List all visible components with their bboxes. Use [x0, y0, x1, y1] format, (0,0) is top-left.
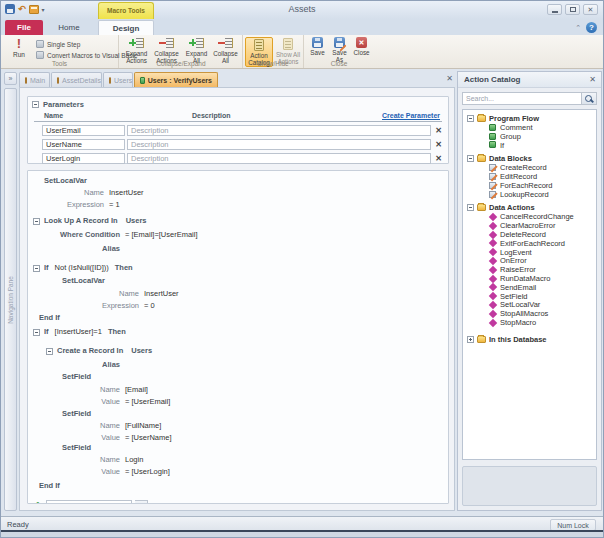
delete-parameter-icon[interactable]: ✕ [435, 154, 442, 163]
action-setlocalvar[interactable]: SetLocalVar [28, 175, 448, 187]
parameter-description-input[interactable] [127, 139, 431, 150]
catalog-item[interactable]: ClearMacroError [463, 221, 596, 230]
expand-node-icon[interactable] [467, 336, 474, 343]
navigation-pane-collapsed[interactable]: Navigation Pane [4, 88, 17, 511]
action-create-record[interactable]: Create a Record InUsers [28, 345, 448, 357]
catalog-item[interactable]: EditRecord [463, 172, 596, 181]
folder-icon [477, 204, 486, 211]
catalog-folder[interactable]: In this Database [463, 335, 596, 345]
catalog-section-data-blocks: Data Blocks CreateRecord EditRecord ForE… [463, 153, 596, 198]
delete-parameter-icon[interactable]: ✕ [435, 140, 442, 149]
status-text: Ready [7, 520, 29, 529]
collapse-node-icon[interactable] [467, 204, 474, 211]
catalog-item[interactable]: LogEvent [463, 248, 596, 257]
minimize-icon [552, 11, 558, 13]
close-document-icon[interactable]: ✕ [446, 74, 453, 84]
parameter-name-input[interactable] [42, 153, 125, 164]
doc-tab-main[interactable]: Main [19, 72, 50, 87]
doc-tab-users-verifyusers[interactable]: Users : VerifyUsers [134, 72, 218, 87]
catalog-item[interactable]: RunDataMacro [463, 274, 596, 283]
minimize-ribbon-icon[interactable]: ⌃ [575, 23, 581, 33]
collapse-block-icon[interactable] [46, 348, 53, 355]
single-step-button[interactable]: Single Step [36, 39, 80, 49]
doc-tab-assetdetails[interactable]: AssetDetails [51, 72, 102, 87]
close-macro-icon: ✕ [356, 37, 367, 48]
help-icon[interactable]: ? [586, 22, 597, 33]
catalog-item[interactable]: LookupRecord [463, 190, 596, 199]
ribbon-group-close: Save SaveAs ✕ Close Close [305, 35, 373, 68]
column-header-description: Description [192, 112, 231, 119]
tab-design[interactable]: Design [98, 20, 154, 35]
action-setlocalvar[interactable]: SetLocalVar [28, 275, 448, 287]
restore-button[interactable] [565, 4, 580, 15]
parameter-row: ✕ [42, 153, 442, 164]
close-panel-icon[interactable]: ✕ [589, 75, 596, 85]
argument-row: Where Condition= [Email]=[UserEmail] [28, 229, 448, 241]
program-flow-icon [489, 141, 496, 148]
parameter-name-input[interactable] [42, 125, 125, 136]
collapse-block-icon[interactable] [33, 265, 40, 272]
action-setfield[interactable]: SetField [28, 371, 448, 383]
tab-home[interactable]: Home [47, 20, 91, 35]
collapse-node-icon[interactable] [467, 155, 474, 162]
data-action-icon [489, 213, 497, 221]
catalog-folder[interactable]: Data Blocks [463, 153, 596, 163]
create-parameter-link[interactable]: Create Parameter [382, 112, 440, 119]
action-setfield[interactable]: SetField [28, 408, 448, 420]
catalog-section-data-actions: Data Actions CancelRecordChange ClearMac… [463, 203, 596, 327]
catalog-item[interactable]: SetField [463, 292, 596, 301]
collapse-parameters-icon[interactable] [32, 101, 39, 108]
navigation-pane-expand-button[interactable]: » [4, 72, 17, 85]
search-button[interactable] [582, 92, 597, 105]
end-if-row: End If [28, 312, 448, 324]
catalog-item[interactable]: CancelRecordChange [463, 213, 596, 222]
minimize-button[interactable] [547, 4, 562, 15]
parameter-description-input[interactable] [127, 153, 431, 164]
ribbon-utility-icons: ⌃ ? [575, 22, 597, 33]
column-header-name: Name [44, 112, 63, 119]
argument-row: Value= [UserLogin] [28, 466, 448, 478]
catalog-item[interactable]: StopMacro [463, 318, 596, 327]
catalog-item[interactable]: DeleteRecord [463, 230, 596, 239]
run-button[interactable]: ! Run [6, 37, 32, 62]
action-description-box [462, 466, 597, 506]
parameter-name-input[interactable] [42, 139, 125, 150]
catalog-item[interactable]: SendEmail [463, 283, 596, 292]
search-input[interactable] [462, 92, 582, 105]
collapse-node-icon[interactable] [467, 115, 474, 122]
tab-file[interactable]: File [5, 20, 43, 35]
catalog-folder[interactable]: Program Flow [463, 113, 596, 123]
parameters-block: Parameters Name Description Create Param… [27, 96, 449, 164]
save-button[interactable]: Save [307, 37, 328, 56]
action-setfield[interactable]: SetField [28, 442, 448, 454]
close-button[interactable]: ✕ [583, 4, 598, 15]
expand-all-icon [189, 37, 205, 49]
parameter-description-input[interactable] [127, 125, 431, 136]
catalog-item[interactable]: Comment [463, 123, 596, 132]
data-action-icon [489, 239, 497, 247]
data-action-icon [489, 309, 497, 317]
delete-parameter-icon[interactable]: ✕ [435, 126, 442, 135]
catalog-item[interactable]: ForEachRecord [463, 181, 596, 190]
catalog-item[interactable]: Group [463, 132, 596, 141]
catalog-item[interactable]: CreateRecord [463, 163, 596, 172]
catalog-item[interactable]: RaiseError [463, 265, 596, 274]
catalog-item[interactable]: OnError [463, 257, 596, 266]
add-new-action-combo[interactable]: ▾ [46, 500, 148, 504]
if-block[interactable]: If[InsertUser]=1Then [28, 326, 448, 338]
catalog-item[interactable]: SetLocalVar [463, 301, 596, 310]
collapse-block-icon[interactable] [33, 329, 40, 336]
catalog-item[interactable]: StopAllMacros [463, 309, 596, 318]
doc-tab-users[interactable]: Users [103, 72, 133, 87]
close-macro-button[interactable]: ✕ Close [351, 37, 372, 56]
dropdown-arrow-icon[interactable]: ▾ [135, 500, 148, 504]
catalog-folder[interactable]: Data Actions [463, 203, 596, 213]
collapse-block-icon[interactable] [33, 218, 40, 225]
if-block[interactable]: IfNot (IsNull([ID]))Then [28, 262, 448, 274]
data-action-icon [489, 230, 497, 238]
add-new-action-input[interactable] [46, 500, 132, 504]
catalog-item[interactable]: ExitForEachRecord [463, 239, 596, 248]
catalog-item[interactable]: If [463, 141, 596, 150]
macro-designer: Parameters Name Description Create Param… [19, 87, 455, 511]
action-lookup-record[interactable]: Look Up A Record InUsers [28, 215, 448, 227]
